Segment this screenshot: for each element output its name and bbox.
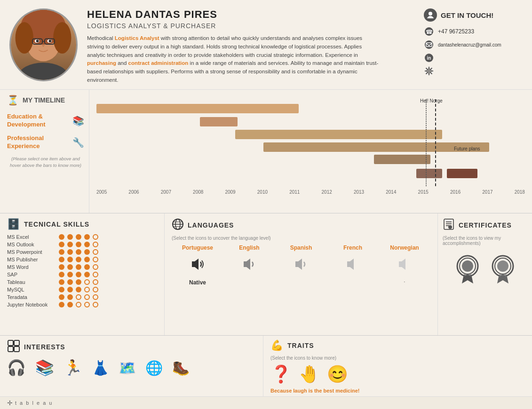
book-icon: 📚 — [72, 115, 84, 126]
skill-name: MS Publisher — [7, 257, 59, 262]
education-item[interactable]: Education & Development 📚 — [7, 113, 84, 129]
trait-unknown-icon[interactable]: ❓ — [270, 364, 292, 384]
cert-icon — [443, 218, 455, 232]
lang-headers-row: Portuguese English Spanish French Norweg… — [172, 244, 430, 251]
empty-dot — [93, 272, 98, 277]
filled-dot — [84, 234, 90, 240]
phone-number: +47 96725233 — [438, 28, 474, 35]
dotted-line — [426, 99, 427, 186]
empty-dot — [84, 294, 90, 300]
empty-dot — [93, 287, 98, 292]
skill-dots — [59, 257, 98, 262]
filled-dot — [59, 257, 64, 262]
svg-point-21 — [428, 70, 430, 72]
skill-dots — [59, 287, 98, 292]
database-icon: 🗄️ — [7, 218, 20, 230]
lang-icon-norwegian[interactable] — [386, 255, 423, 277]
interest-globe-icon[interactable]: 🌐 — [145, 360, 163, 376]
interests-panel: INTERESTS 🎧 📚 🏃 👗 🗺️ 🌐 🥾 — [0, 336, 263, 396]
filled-dot — [59, 287, 64, 292]
interest-fashion-icon[interactable]: 👗 — [92, 360, 109, 376]
empty-dot — [93, 257, 98, 262]
hourglass-icon: ⏳ — [7, 94, 19, 106]
empty-dot — [93, 264, 98, 270]
empty-dot — [93, 294, 98, 300]
skill-name: Jupyter Notebook — [7, 302, 59, 307]
skill-row: MySQL — [7, 287, 159, 292]
skill-row: SAP — [7, 272, 159, 277]
interest-travel-icon[interactable]: 🗺️ — [119, 360, 136, 376]
filled-dot — [84, 264, 90, 270]
footer-text: t a b l e a u — [15, 400, 53, 406]
bio-highlight-2: purchasing — [87, 60, 116, 66]
gantt-bar-6 — [416, 169, 442, 178]
settings-item[interactable] — [424, 66, 523, 76]
languages-header: LANGUAGES — [172, 218, 430, 232]
interest-reading-icon[interactable]: 📚 — [35, 359, 54, 377]
person-title: LOGISTICS ANALYST & PURCHASER — [87, 22, 419, 30]
bio-highlight-3: contract administration — [128, 60, 189, 66]
linkedin-item[interactable]: in — [424, 53, 523, 63]
skill-row: MS Outlook — [7, 242, 159, 247]
filled-dot — [59, 242, 64, 247]
svg-point-45 — [497, 260, 508, 272]
svg-line-28 — [431, 68, 432, 70]
lang-icons — [172, 255, 430, 277]
languages-subtitle: (Select the icons to uncover the languag… — [172, 236, 430, 241]
lang-icon-portuguese[interactable] — [179, 255, 216, 277]
skills-panel: 🗄️ TECNICAL SKILLS MS ExcelMS OutlookMS … — [0, 213, 165, 335]
filled-dot — [84, 249, 90, 255]
puzzle-icon — [7, 339, 20, 354]
skill-name: MS Outlook — [7, 242, 59, 247]
header-section: HELENA DANTAS PIRES LOGISTICS ANALYST & … — [0, 0, 532, 90]
linkedin-icon: in — [424, 53, 434, 63]
svg-point-12 — [18, 63, 68, 80]
settings-icon — [424, 66, 434, 76]
email-address: dantashelenacruz@gmail.com — [438, 42, 501, 47]
empty-dot — [93, 249, 98, 255]
cert-header: CERTIFICATES — [443, 218, 527, 232]
filled-dot — [59, 264, 64, 270]
certificate-badge-2[interactable] — [489, 253, 517, 287]
professional-item[interactable]: Professional Experience 🔧 — [7, 134, 84, 150]
skill-name: SAP — [7, 272, 59, 277]
filled-dot — [76, 264, 81, 270]
filled-dot — [59, 234, 64, 240]
filled-dot — [76, 249, 81, 255]
interest-sports-icon[interactable]: 🏃 — [64, 359, 82, 377]
skill-dots — [59, 242, 98, 247]
left-sidebar: ⏳ MY TIMELINE Education & Development 📚 … — [0, 90, 89, 213]
skill-dots — [59, 294, 98, 300]
interest-hiking-icon[interactable]: 🥾 — [172, 360, 190, 376]
trait-social-icon[interactable]: 🤚 — [299, 364, 320, 384]
interests-traits-row: INTERESTS 🎧 📚 🏃 👗 🗺️ 🌐 🥾 — [0, 335, 532, 396]
dashed-line — [435, 99, 436, 186]
trait-laugh-icon[interactable]: 😊 — [327, 364, 348, 384]
main-container: HELENA DANTAS PIRES LOGISTICS ANALYST & … — [0, 0, 532, 409]
sidebar-note: (Please select one item above and hover … — [7, 156, 84, 168]
contact-panel: GET IN TOUCH! ☎ +47 96725233 — [419, 8, 523, 79]
filled-dot — [84, 242, 90, 247]
lang-icon-french[interactable] — [334, 255, 372, 277]
filled-dot — [84, 257, 90, 262]
gantt-bar-1 — [96, 104, 299, 113]
skill-dots — [59, 249, 98, 255]
empty-dot — [84, 287, 90, 292]
lang-icon-spanish[interactable] — [282, 255, 320, 277]
skill-dots — [59, 272, 98, 277]
skill-row: Tableau — [7, 279, 159, 285]
interest-music-icon[interactable]: 🎧 — [7, 359, 26, 377]
skills-lang-certs-row: 🗄️ TECNICAL SKILLS MS ExcelMS OutlookMS … — [0, 213, 532, 335]
traits-header: 💪 TRAITS — [270, 339, 383, 352]
filled-dot — [59, 294, 64, 300]
empty-dot — [84, 279, 90, 285]
lang-icon-english[interactable] — [230, 255, 268, 277]
svg-text:☎: ☎ — [426, 29, 433, 35]
empty-dot — [93, 242, 98, 247]
skill-row: MS Word — [7, 264, 159, 270]
cert-subtitle: (Select the icons to view my accomplishm… — [443, 236, 527, 246]
certificate-badge-1[interactable] — [453, 253, 482, 287]
full-bottom: 🗄️ TECNICAL SKILLS MS ExcelMS OutlookMS … — [0, 213, 532, 396]
empty-dot — [93, 302, 98, 307]
filled-dot — [67, 279, 73, 285]
